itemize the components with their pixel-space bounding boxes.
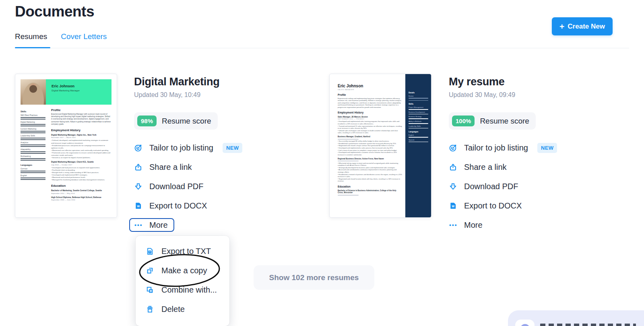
resume1-education-title: High School Diploma, Bellevue High Schoo…	[51, 196, 111, 198]
more-dots-icon	[134, 221, 142, 229]
resume1-education-dates: September 2006 — June 2010	[51, 199, 111, 201]
resume2-details-header: Details	[409, 92, 428, 94]
document-updated: Updated 30 May, 09:49	[449, 91, 570, 99]
more-dots-icon	[449, 221, 457, 229]
docx-label: Export to DOCX	[464, 201, 522, 210]
resume1-job-title: Digital Marketing Manager, Algine Inc., …	[51, 134, 111, 136]
document-title: My resume	[449, 76, 570, 88]
export-txt-label: Export to TXT	[161, 247, 211, 256]
resume-thumbnail-digital-marketing[interactable]: Eric Johnson Digital Marketing Manager S…	[15, 74, 117, 218]
new-badge: NEW	[223, 143, 242, 153]
tabs-divider	[15, 48, 629, 48]
more-button[interactable]: More	[449, 218, 570, 232]
resume-thumbnail-my-resume[interactable]: Eric Johnson SALES MANAGER Profile Exper…	[329, 74, 431, 218]
chat-avatar-icon	[520, 324, 530, 326]
resume2-job-title: Regional Business Director, Action Force…	[338, 158, 402, 160]
resume2-email-bar	[409, 100, 428, 101]
resume1-education-title: Bachelor of Marketing, Seattle Central C…	[51, 190, 111, 192]
combine-with-label: Combine with...	[161, 285, 217, 295]
resume2-job-title: Business Manager, Gradient, Hartford	[338, 136, 402, 138]
resume2-education-dates-bar	[338, 195, 359, 196]
chat-message-clipped-text	[540, 324, 636, 326]
resume1-header-banner: Eric Johnson Digital Marketing Manager	[21, 79, 111, 105]
card2-info: My resume Updated 30 May, 09:49 100%Resu…	[449, 76, 570, 237]
documents-page: Documents + Create New Resumes Cover Let…	[0, 0, 644, 326]
resume1-main-column: Profile Experienced Digital Marketing Ma…	[51, 108, 111, 201]
resume2-job-dates-bar	[338, 161, 359, 161]
download-pdf-link[interactable]: Download PDF	[134, 180, 255, 193]
resume1-profile-text: Experienced Digital Marketing Manager wi…	[51, 113, 111, 126]
resume1-left-column: Skills SEO Best Practices Digital Market…	[21, 108, 51, 201]
resume2-skill: Business Development	[409, 111, 428, 113]
resume1-skill: Adaptability	[21, 149, 48, 151]
resume-score-chip[interactable]: 100%Resume score	[449, 112, 536, 130]
tailor-label: Tailor to job listing	[464, 143, 528, 153]
tailor-to-job-listing-link[interactable]: Tailor to job listing NEW	[449, 141, 570, 155]
docx-label: Export to DOCX	[149, 201, 207, 210]
more-label: More	[149, 221, 168, 230]
resume1-name-block: Eric Johnson Digital Marketing Manager	[46, 79, 111, 105]
tailor-to-job-listing-link[interactable]: Tailor to job listing NEW	[134, 141, 255, 155]
menu-item-make-a-copy[interactable]: Make a copy	[136, 261, 229, 280]
make-a-copy-label: Make a copy	[161, 266, 207, 275]
menu-item-combine-with[interactable]: Combine with...	[136, 280, 229, 299]
show-more-resumes-button[interactable]: Show 102 more resumes	[254, 265, 374, 290]
more-label: More	[464, 221, 483, 230]
resume2-skill: Ability to Multitask	[409, 120, 428, 122]
copy-icon	[146, 266, 154, 275]
tailor-target-icon	[449, 144, 457, 152]
active-tab-underline	[15, 47, 50, 48]
resume2-skills-header: Skills	[409, 103, 428, 105]
tab-bar: Resumes Cover Letters	[15, 32, 107, 48]
resume2-phone-bar	[409, 98, 428, 99]
resume1-skills-header: Skills	[21, 110, 48, 113]
resume2-skill: Business Strategy	[409, 116, 428, 118]
resume1-employment-header: Employment History	[51, 128, 111, 132]
menu-item-delete[interactable]: Delete	[136, 299, 229, 319]
tab-cover-letters[interactable]: Cover Letters	[61, 32, 107, 48]
create-new-button[interactable]: + Create New	[552, 17, 613, 35]
resume1-role: Digital Marketing Manager	[52, 89, 111, 92]
resume-score-chip[interactable]: 98%Resume score	[134, 112, 218, 130]
download-icon	[449, 182, 457, 191]
menu-item-export-txt[interactable]: T Export to TXT	[136, 241, 229, 261]
resume1-languages-header: Languages	[21, 164, 48, 166]
resume1-skill: Leadership Skills	[21, 135, 48, 137]
share-label: Share a link	[149, 163, 192, 172]
resume2-profile-text: Experienced crafting and implementing lo…	[338, 97, 402, 109]
share-a-link-link[interactable]: Share a link	[449, 160, 570, 174]
resume1-skill: Analytics	[21, 142, 48, 144]
docx-file-icon: w	[134, 202, 142, 210]
resume2-main-column: Eric Johnson SALES MANAGER Profile Exper…	[330, 74, 406, 218]
download-label: Download PDF	[149, 182, 204, 191]
resume1-job-title: Digital Marketing Manager, Client K11, S…	[51, 161, 111, 163]
resume2-job-dates-bar	[338, 139, 359, 140]
tab-resumes[interactable]: Resumes	[15, 32, 47, 48]
more-button-focused[interactable]: More	[129, 218, 174, 232]
share-a-link-link[interactable]: Share a link	[134, 160, 255, 174]
resume2-education-header: Education	[338, 185, 402, 188]
export-to-docx-link[interactable]: w Export to DOCX	[134, 199, 255, 213]
score-percent-badge: 98%	[137, 116, 157, 126]
score-label: Resume score	[162, 117, 211, 126]
download-pdf-link[interactable]: Download PDF	[449, 180, 570, 193]
score-label: Resume score	[480, 117, 529, 126]
card1-info: Digital Marketing Updated 30 May, 10:49 …	[134, 76, 255, 237]
resume1-job-dates: November 2017 — March 2021	[51, 136, 111, 138]
resume2-skill: Leadership Skills	[409, 125, 428, 127]
resume2-job-bullets: • Effectively led my region to meet and …	[338, 162, 402, 182]
resume1-job-bullets: • Developed and lead processes to expand…	[51, 167, 111, 181]
share-label: Share a link	[464, 163, 507, 172]
export-to-docx-link[interactable]: w Export to DOCX	[449, 199, 570, 213]
resume1-skill: Multitasking	[21, 155, 48, 157]
document-title: Digital Marketing	[134, 76, 255, 88]
resume1-skill: Digital Marketing	[21, 121, 48, 123]
docx-file-icon: w	[449, 202, 457, 210]
resume1-job-bullets: • Defined, developed, and implemented ma…	[51, 139, 111, 159]
tailor-label: Tailor to job listing	[149, 143, 213, 153]
resume1-name: Eric Johnson	[52, 84, 111, 88]
resume2-skill: Project Management	[409, 106, 428, 108]
chat-widget[interactable]	[508, 310, 644, 326]
svg-text:w: w	[451, 204, 454, 208]
download-label: Download PDF	[464, 182, 518, 191]
